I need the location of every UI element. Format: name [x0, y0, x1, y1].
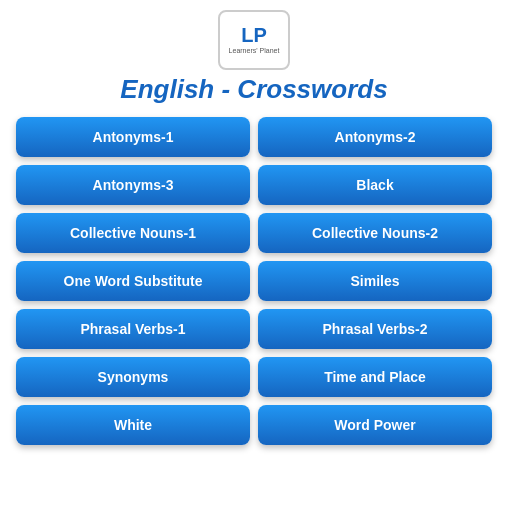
- logo-text: Learners' Planet: [229, 47, 280, 55]
- button-grid: Antonyms-1Antonyms-2Antonyms-3BlackColle…: [16, 117, 492, 445]
- button-phrasal-verbs-1[interactable]: Phrasal Verbs-1: [16, 309, 250, 349]
- page-container: LP Learners' Planet English - Crosswords…: [0, 0, 508, 512]
- logo-box: LP Learners' Planet: [218, 10, 290, 70]
- button-phrasal-verbs-2[interactable]: Phrasal Verbs-2: [258, 309, 492, 349]
- button-antonyms-3[interactable]: Antonyms-3: [16, 165, 250, 205]
- page-title: English - Crosswords: [120, 74, 387, 105]
- button-time-and-place[interactable]: Time and Place: [258, 357, 492, 397]
- button-white[interactable]: White: [16, 405, 250, 445]
- button-antonyms-1[interactable]: Antonyms-1: [16, 117, 250, 157]
- button-one-word-substitute[interactable]: One Word Substitute: [16, 261, 250, 301]
- button-similes[interactable]: Similes: [258, 261, 492, 301]
- button-antonyms-2[interactable]: Antonyms-2: [258, 117, 492, 157]
- logo-icon: LP: [241, 24, 267, 47]
- button-collective-nouns-1[interactable]: Collective Nouns-1: [16, 213, 250, 253]
- button-word-power[interactable]: Word Power: [258, 405, 492, 445]
- button-collective-nouns-2[interactable]: Collective Nouns-2: [258, 213, 492, 253]
- logo-area: LP Learners' Planet: [218, 10, 290, 70]
- button-synonyms[interactable]: Synonyms: [16, 357, 250, 397]
- button-black[interactable]: Black: [258, 165, 492, 205]
